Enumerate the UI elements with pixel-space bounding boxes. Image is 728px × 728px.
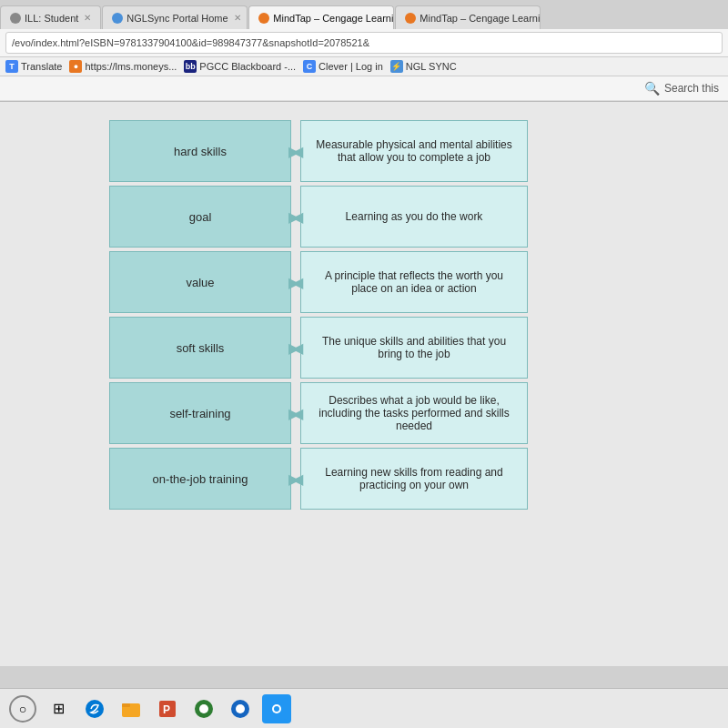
search-label: Search this [664,82,719,95]
bookmark-translate[interactable]: T Translate [5,60,62,73]
right-item-unique-skills[interactable]: The unique skills and abilities that you… [300,317,528,379]
bookmark-label: Clever | Log in [318,61,383,72]
tab-close[interactable]: ✕ [234,13,241,23]
file-explorer-icon[interactable] [116,694,146,723]
left-item-self-training[interactable]: self-training [109,382,291,444]
task-view-icon[interactable]: ⊞ [44,694,73,723]
right-column: Measurable physical and mental abilities… [300,120,528,510]
nglsync-icon: ⚡ [390,60,403,73]
right-cell-label: The unique skills and abilities that you… [314,335,514,360]
lms-icon: ● [69,60,82,73]
content-area: hard skills goal value soft skills self-… [0,102,728,666]
windows-search-icon[interactable]: ○ [9,695,36,723]
svg-rect-2 [122,703,130,707]
zoom-camera-icon[interactable] [262,694,291,723]
right-cell-label: Describes what a job would be like, incl… [314,394,514,432]
edge-browser-icon[interactable] [80,694,109,723]
search-icon: 🔍 [644,81,660,96]
left-item-soft-skills[interactable]: soft skills [109,317,291,379]
tab-label: MindTap – Cengage Learning [273,13,394,24]
tab-mindtap-1[interactable]: MindTap – Cengage Learning ✕ [248,5,394,29]
tab-bar: ILL: Student ✕ NGLSync Portal Home ✕ Min… [0,0,728,29]
right-cell-label: Measurable physical and mental abilities… [314,138,514,164]
svg-point-0 [86,700,104,718]
bookmarks-bar: T Translate ● https://lms.moneys... bb P… [0,57,728,76]
svg-point-11 [274,706,279,712]
right-cell-label: Learning as you do the work [346,210,483,223]
tab-label: MindTap – Cengage Learning [420,13,541,24]
svg-text:P: P [163,703,170,716]
tab-icon [10,13,21,24]
tab-ill-student[interactable]: ILL: Student ✕ [0,5,101,29]
translate-icon: T [5,60,18,73]
address-bar-row: /evo/index.html?eISBN=9781337904100&id=9… [0,29,728,57]
right-item-principle[interactable]: A principle that reflects the worth you … [300,251,528,313]
search-box[interactable]: 🔍 Search this [644,81,719,96]
tab-mindtap-2[interactable]: MindTap – Cengage Learning ✕ [395,5,541,29]
tab-label: ILL: Student [25,13,78,24]
svg-point-6 [199,704,208,713]
address-bar[interactable]: /evo/index.html?eISBN=9781337904100&id=9… [5,32,723,54]
tab-icon [112,13,123,24]
right-item-measurable[interactable]: Measurable physical and mental abilities… [300,120,528,182]
left-item-hard-skills[interactable]: hard skills [109,120,291,182]
left-cell-label: self-training [169,407,230,420]
matching-table: hard skills goal value soft skills self-… [109,120,619,510]
bookmark-nglsync[interactable]: ⚡ NGL SYNC [390,60,457,73]
bookmark-label: Translate [21,61,62,72]
right-cell-label: Learning new skills from reading and pra… [314,466,514,491]
powerpoint-icon[interactable]: P [153,694,182,723]
svg-point-8 [236,704,245,713]
tab-label: NGLSync Portal Home [126,13,228,24]
tab-icon [258,13,269,24]
left-cell-label: hard skills [174,145,227,158]
right-item-learning-skills[interactable]: Learning new skills from reading and pra… [300,448,528,510]
blue-app-icon[interactable] [226,694,255,723]
left-item-goal[interactable]: goal [109,186,291,248]
browser-chrome: ILL: Student ✕ NGLSync Portal Home ✕ Min… [0,0,728,102]
left-item-on-the-job[interactable]: on-the-job training [109,448,291,510]
left-item-value[interactable]: value [109,251,291,313]
right-item-describes-job[interactable]: Describes what a job would be like, incl… [300,382,528,444]
bookmark-label: NGL SYNC [406,61,457,72]
right-item-learning-work[interactable]: Learning as you do the work [300,186,528,248]
bookmark-label: PGCC Blackboard -... [199,61,296,72]
left-cell-label: soft skills [177,341,225,355]
left-cell-label: value [186,276,214,289]
bookmark-label: https://lms.moneys... [85,61,177,72]
pgcc-icon: bb [184,60,197,73]
taskbar: ○ ⊞ P [0,688,728,728]
bookmark-clever[interactable]: C Clever | Log in [303,60,383,73]
address-text: /evo/index.html?eISBN=9781337904100&id=9… [12,37,369,48]
clever-icon: C [303,60,316,73]
search-bar-row: 🔍 Search this [0,76,728,101]
tab-close[interactable]: ✕ [84,13,91,23]
right-cell-label: A principle that reflects the worth you … [314,269,514,295]
left-cell-label: on-the-job training [153,472,248,486]
left-cell-label: goal [189,210,212,224]
bookmark-pgcc[interactable]: bb PGCC Blackboard -... [184,60,296,73]
tab-icon [405,13,416,24]
bookmark-lms[interactable]: ● https://lms.moneys... [69,60,177,73]
left-column: hard skills goal value soft skills self-… [109,120,291,510]
tab-nglsync[interactable]: NGLSync Portal Home ✕ [102,5,248,29]
green-app-icon[interactable] [189,694,218,723]
